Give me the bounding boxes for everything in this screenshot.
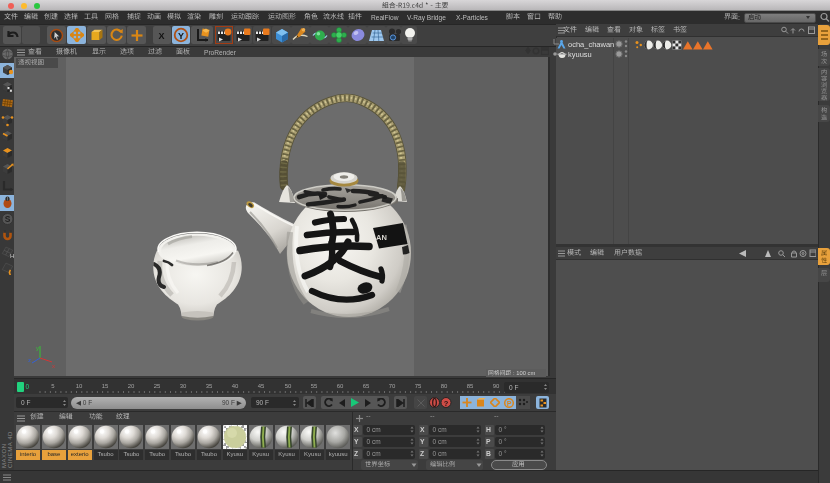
svg-text:?: ? [444,399,449,408]
svg-text:P: P [507,400,512,407]
svg-text:AN: AN [376,233,387,242]
svg-text:H: H [10,253,14,259]
svg-text:S: S [4,214,10,224]
